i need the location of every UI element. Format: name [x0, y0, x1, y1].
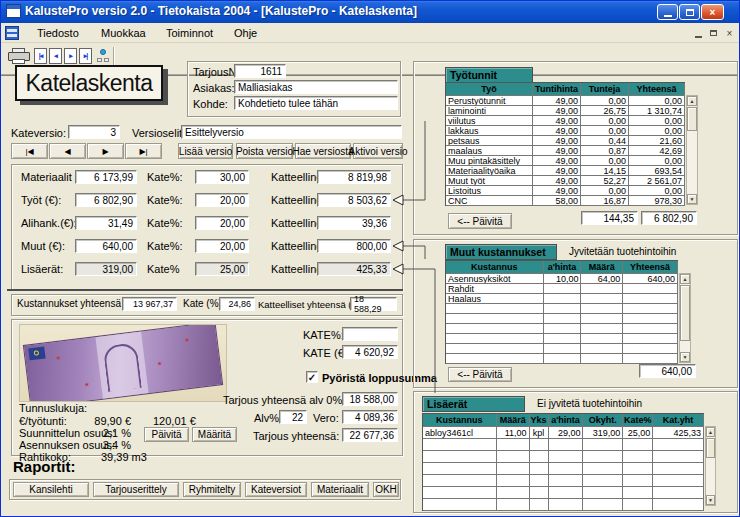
table-cell[interactable]: [581, 334, 623, 344]
table-cell[interactable]: [549, 487, 584, 499]
table-cell[interactable]: 0,00: [581, 116, 629, 126]
table-cell[interactable]: [544, 284, 582, 294]
table-cell[interactable]: lakkaus: [446, 126, 533, 136]
lisaerat-field[interactable]: 319,00: [75, 262, 137, 276]
muut-paivita-button[interactable]: <-- Päivitä: [448, 367, 512, 382]
next-record-button[interactable]: ▸: [64, 48, 77, 64]
scrollbar-thumb[interactable]: [706, 438, 715, 458]
table-cell[interactable]: [653, 475, 704, 487]
table-cell[interactable]: [583, 475, 623, 487]
maarita-button[interactable]: Määritä: [192, 427, 237, 442]
table-cell[interactable]: 0,87: [581, 146, 629, 156]
okh-button[interactable]: OKH: [373, 482, 399, 497]
table-cell[interactable]: 49,00: [533, 96, 581, 106]
tarjousno-field[interactable]: 1611: [234, 64, 286, 78]
table-cell[interactable]: [583, 463, 623, 475]
table-cell[interactable]: 49,00: [533, 176, 581, 186]
ryhmitelty-button[interactable]: Ryhmitelty: [183, 482, 241, 497]
table-cell[interactable]: 49,00: [533, 136, 581, 146]
table-cell[interactable]: [583, 487, 623, 499]
table-cell[interactable]: [623, 475, 653, 487]
table-cell[interactable]: Muut työt: [446, 176, 533, 186]
table-cell[interactable]: laminointi: [446, 106, 533, 116]
table-cell[interactable]: [583, 439, 623, 451]
table-cell[interactable]: [446, 324, 544, 334]
alv-field[interactable]: 22: [279, 410, 307, 424]
table-cell[interactable]: [544, 304, 582, 314]
tyotunnit-paivita-button[interactable]: <-- Päivitä: [448, 213, 512, 229]
tyot-katteellinen-field[interactable]: 8 503,62: [317, 193, 391, 207]
table-cell[interactable]: 29,00: [549, 427, 584, 439]
table-cell[interactable]: [530, 463, 549, 475]
table-cell[interactable]: 25,00: [623, 427, 653, 439]
kustannukset-yhteensa-field[interactable]: 13 967,37: [122, 297, 177, 311]
scroll-up-icon[interactable]: ▲: [680, 274, 690, 284]
table-cell[interactable]: [549, 463, 584, 475]
table-cell[interactable]: 978,30: [629, 196, 685, 206]
table-cell[interactable]: [623, 334, 678, 344]
aktivoi-versio-button[interactable]: Aktivoi versio: [353, 143, 403, 159]
next-version-button[interactable]: ▶: [87, 143, 124, 159]
scroll-down-icon[interactable]: ▼: [687, 194, 697, 204]
lisaa-versio-button[interactable]: Lisää versio: [178, 143, 233, 159]
poista-versio-button[interactable]: Poista versio: [236, 143, 293, 159]
table-cell[interactable]: 2 561,07: [629, 176, 685, 186]
table-cell[interactable]: 26,75: [581, 106, 629, 116]
table-cell[interactable]: [583, 499, 623, 511]
table-cell[interactable]: 21,60: [629, 136, 685, 146]
table-cell[interactable]: 16,87: [581, 196, 629, 206]
hae-versiosta-button[interactable]: Hae versiosta: [295, 143, 351, 159]
materiaalit-katteellinen-field[interactable]: 8 819,98: [317, 170, 391, 184]
table-cell[interactable]: [623, 354, 678, 364]
table-cell[interactable]: 11,00: [497, 427, 530, 439]
table-cell[interactable]: [497, 487, 530, 499]
print-button[interactable]: [8, 48, 30, 65]
muut-kustannukset-scrollbar[interactable]: ▲ ▼: [679, 273, 691, 363]
table-cell[interactable]: [446, 354, 544, 364]
table-cell[interactable]: Materiaalityöaika: [446, 166, 533, 176]
previous-version-button[interactable]: ◀: [49, 143, 86, 159]
muut-kate-field[interactable]: 20,00: [195, 239, 249, 253]
kate-eur-field[interactable]: 4 620,92: [342, 345, 398, 359]
table-cell[interactable]: [653, 499, 704, 511]
table-cell[interactable]: Listoitus: [446, 186, 533, 196]
table-cell[interactable]: [423, 439, 497, 451]
menu-muokkaa[interactable]: Muokkaa: [101, 27, 146, 39]
scroll-up-icon[interactable]: ▲: [687, 96, 697, 106]
table-cell[interactable]: [446, 314, 544, 324]
table-cell[interactable]: 10,00: [544, 274, 582, 284]
table-cell[interactable]: 1 310,74: [629, 106, 685, 116]
table-cell[interactable]: [623, 451, 653, 463]
vero-field[interactable]: 4 089,36: [342, 410, 398, 424]
table-cell[interactable]: [423, 463, 497, 475]
table-cell[interactable]: [544, 344, 582, 354]
table-cell[interactable]: 52,27: [581, 176, 629, 186]
scroll-down-icon[interactable]: ▼: [706, 495, 715, 505]
table-cell[interactable]: [446, 334, 544, 344]
table-cell[interactable]: [581, 324, 623, 334]
table-cell[interactable]: 49,00: [533, 106, 581, 116]
table-cell[interactable]: [544, 314, 582, 324]
table-cell[interactable]: [623, 487, 653, 499]
table-cell[interactable]: [497, 463, 530, 475]
lisaerat-katteellinen-field[interactable]: 425,33: [317, 262, 391, 276]
table-cell[interactable]: 693,54: [629, 166, 685, 176]
scroll-down-icon[interactable]: ▼: [680, 352, 690, 362]
table-cell[interactable]: [623, 324, 678, 334]
table-cell[interactable]: [623, 284, 678, 294]
table-cell[interactable]: 0,44: [581, 136, 629, 146]
asiakas-field[interactable]: Malliasiakas: [234, 80, 398, 94]
close-button[interactable]: ×: [701, 4, 724, 20]
table-cell[interactable]: [530, 475, 549, 487]
tyot-kate-field[interactable]: 20,00: [195, 193, 249, 207]
table-cell[interactable]: [623, 344, 678, 354]
table-cell[interactable]: [549, 451, 584, 463]
muut-katteellinen-field[interactable]: 800,00: [317, 239, 391, 253]
table-cell[interactable]: 0,00: [581, 126, 629, 136]
table-cell[interactable]: Perustyötunnit: [446, 96, 533, 106]
tarjous-yhteensa-field[interactable]: 22 677,36: [342, 428, 398, 442]
table-cell[interactable]: [623, 499, 653, 511]
table-cell[interactable]: 0,00: [629, 156, 685, 166]
kateversiot-button[interactable]: Kateversiot: [245, 482, 307, 497]
katteelliset-yhteensa-field[interactable]: 18 588,29: [350, 297, 397, 311]
